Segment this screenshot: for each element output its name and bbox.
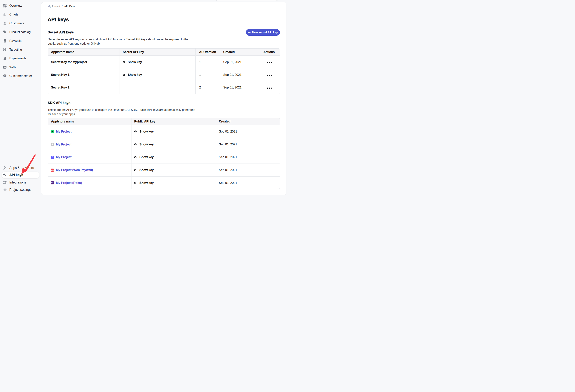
svg-text:?: ? <box>4 75 5 77</box>
